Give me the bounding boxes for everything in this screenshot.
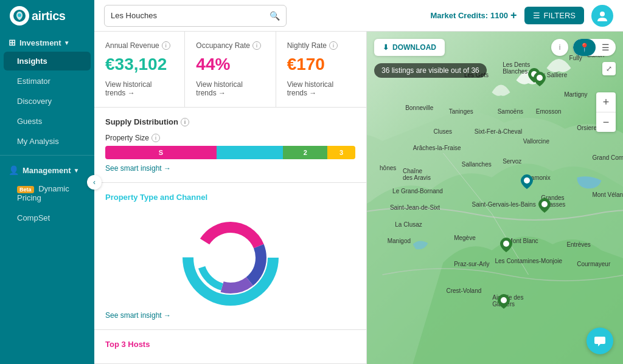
supply-distribution-label: Supply Distribution [105, 117, 178, 126]
compset-label: CompSet [17, 213, 50, 222]
svg-point-16 [524, 177, 530, 184]
sidebar-item-my-analysis[interactable]: My Analysis [4, 132, 91, 151]
investment-arrow: ▼ [64, 39, 70, 46]
property-size-label: Property Size i [105, 134, 355, 142]
occupancy-rate-value: 44% [196, 55, 264, 74]
map-list-view-button[interactable]: ☰ [596, 39, 616, 56]
market-credits-label: Market Credits: [430, 11, 488, 20]
main-content: 🔍 Market Credits: 1100 + ☰ FILTERS [94, 0, 623, 364]
property-size-bar: S 2 3 [105, 146, 355, 159]
annual-revenue-info-icon[interactable]: i [162, 41, 170, 50]
top3-hosts-title: Top 3 Hosts [105, 340, 355, 349]
insights-label: Insights [17, 57, 47, 66]
sidebar-item-insights[interactable]: Insights [4, 52, 91, 70]
map-background[interactable]: Les Gets Les DentsBlanches Tour Salliere… [367, 32, 623, 364]
chat-button[interactable] [586, 328, 613, 354]
annual-revenue-value: €33,102 [105, 55, 173, 74]
sidebar-item-discovery[interactable]: Discovery [4, 92, 91, 111]
download-button[interactable]: ⬇ DOWNLOAD [374, 39, 445, 56]
nightly-rate-trends-link[interactable]: View historical trends → [287, 80, 355, 97]
svg-text:V: V [233, 256, 238, 264]
left-panel: Annual Revenue i €33,102 View historical… [94, 32, 367, 364]
annual-revenue-trends-label: View historical trends → [105, 80, 173, 97]
svg-point-17 [541, 201, 548, 207]
occupancy-rate-info-icon[interactable]: i [252, 41, 261, 50]
filters-button[interactable]: ☰ FILTERS [524, 7, 585, 24]
sidebar: airtics ⊞ Investment ▼ Insights Estimato… [0, 0, 94, 364]
discovery-label: Discovery [17, 97, 52, 106]
zoom-in-button[interactable]: + [596, 92, 616, 112]
supply-distribution-info-icon[interactable]: i [181, 118, 189, 126]
property-size-info-icon[interactable]: i [151, 134, 160, 142]
map-pin-aiguille [498, 294, 510, 309]
property-type-smart-insight-link[interactable]: See smart insight → [105, 311, 355, 320]
map-pin-grandes-jorasses [538, 198, 551, 213]
add-credits-button[interactable]: + [510, 9, 517, 22]
property-type-title: Property Type and Channel [105, 193, 355, 202]
top3-hosts-section: Top 3 Hosts [94, 330, 366, 364]
svg-text:E: E [213, 239, 217, 247]
my-analysis-label: My Analysis [17, 137, 59, 146]
occupancy-rate-card: Occupancy Rate i 44% View historical tre… [185, 32, 276, 107]
svg-point-2 [600, 12, 605, 16]
annual-revenue-trends-link[interactable]: View historical trends → [105, 80, 173, 97]
svg-point-1 [18, 13, 21, 17]
size-bar-2: 2 [283, 146, 327, 159]
sidebar-item-compset[interactable]: CompSet [4, 208, 91, 227]
filters-label: FILTERS [544, 11, 576, 20]
annual-revenue-card: Annual Revenue i €33,102 View historical… [94, 32, 185, 107]
investment-label: Investment [19, 38, 61, 47]
management-section-header[interactable]: 👤 Management ▼ [0, 159, 94, 179]
logo-text: airtics [32, 9, 65, 23]
map-pin-chamonix [521, 174, 533, 189]
svg-text:B: B [216, 256, 221, 264]
filters-icon: ☰ [533, 11, 540, 20]
logo-icon [10, 6, 29, 26]
user-avatar[interactable] [591, 5, 613, 27]
map-container: Les Gets Les DentsBlanches Tour Salliere… [367, 32, 623, 364]
svg-text:A: A [228, 238, 233, 245]
svg-point-15 [537, 75, 543, 81]
supply-smart-insight-link[interactable]: See smart insight → [105, 164, 355, 173]
annual-revenue-label: Annual Revenue [105, 41, 159, 50]
occupancy-rate-label: Occupancy Rate [196, 41, 250, 50]
property-type-smart-insight-label: See smart insight → [105, 311, 171, 320]
search-container[interactable]: 🔍 [104, 5, 287, 27]
management-icon: 👤 [9, 165, 19, 175]
collapse-sidebar-button[interactable]: ‹ [87, 175, 102, 190]
occupancy-rate-trends-link[interactable]: View historical trends → [196, 80, 264, 97]
map-pin-mont-blanc [500, 238, 512, 252]
map-panel: Les Gets Les DentsBlanches Tour Salliere… [367, 32, 623, 364]
market-credits-value: 1100 [490, 11, 508, 20]
search-icon: 🔍 [270, 11, 280, 21]
topbar: 🔍 Market Credits: 1100 + ☰ FILTERS [94, 0, 623, 32]
nightly-rate-info-icon[interactable]: i [329, 41, 338, 50]
search-input[interactable] [111, 11, 270, 20]
donut-chart: A B V C E [105, 209, 355, 306]
map-zoom-controls: + − [596, 92, 616, 132]
sidebar-item-estimator[interactable]: Estimator [4, 72, 91, 91]
nightly-rate-value: €170 [287, 55, 355, 74]
occupancy-rate-trends-label: View historical trends → [196, 80, 264, 97]
map-pin-view-button[interactable]: 📍 [573, 39, 596, 56]
nightly-rate-label: Nightly Rate [287, 41, 327, 50]
sidebar-item-guests[interactable]: Guests [4, 112, 91, 131]
metrics-row: Annual Revenue i €33,102 View historical… [94, 32, 366, 108]
property-size-text: Property Size [105, 134, 149, 142]
zoom-out-button[interactable]: − [596, 112, 616, 132]
size-bar-3: 3 [327, 146, 355, 159]
map-info-button[interactable]: i [551, 39, 568, 56]
download-label: DOWNLOAD [392, 43, 436, 52]
investment-section-header[interactable]: ⊞ Investment ▼ [0, 32, 94, 51]
supply-distribution-title: Supply Distribution i [105, 117, 355, 126]
management-arrow: ▼ [73, 167, 79, 174]
logo-area: airtics [0, 0, 94, 32]
svg-point-19 [501, 297, 507, 303]
svg-text:C: C [242, 246, 246, 253]
sidebar-divider [0, 155, 94, 156]
map-expand-button[interactable]: ⤢ [602, 62, 616, 75]
guests-label: Guests [17, 117, 42, 126]
nightly-rate-card: Nightly Rate i €170 View historical tren… [276, 32, 366, 107]
sidebar-item-dynamic-pricing[interactable]: Beta Dynamic Pricing [4, 179, 91, 207]
download-icon: ⬇ [383, 43, 389, 52]
